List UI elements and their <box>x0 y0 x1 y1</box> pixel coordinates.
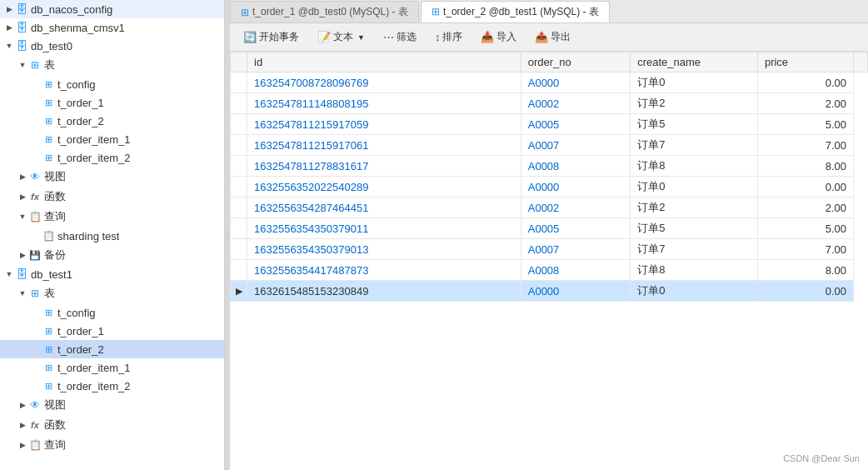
cell-price[interactable]: 0.00 <box>757 281 853 302</box>
cell-id[interactable]: 1632547811278831617 <box>247 156 521 177</box>
cell-create-name[interactable]: 订单5 <box>631 218 758 239</box>
sidebar-item-db-test1-t-order-item-1[interactable]: ⊞ t_order_item_1 <box>0 358 224 377</box>
btn-text[interactable]: 📝文本▼ <box>311 28 372 47</box>
cell-order-no[interactable]: A0007 <box>521 239 630 260</box>
cell-price[interactable]: 0.00 <box>757 72 853 93</box>
cell-id[interactable]: 1632547811215917059 <box>247 114 521 135</box>
sidebar-item-db-nacos-config[interactable]: ▶ 🗄 db_nacos_config <box>0 0 224 18</box>
cell-id[interactable]: 1632547811215917061 <box>247 135 521 156</box>
cell-id[interactable]: 1632556354350379011 <box>247 218 521 239</box>
cell-order-no[interactable]: A0008 <box>521 156 630 177</box>
sidebar-item-label: 视图 <box>44 398 66 412</box>
btn-import[interactable]: 📥导入 <box>474 28 523 47</box>
sidebar-item-label: t_order_item_1 <box>57 133 130 146</box>
sidebar-item-db-test1-queries[interactable]: ▶ 📋 查询 <box>0 435 224 455</box>
sidebar-item-db-test0-backup[interactable]: ▶ 💾 备份 <box>0 245 224 265</box>
cell-order-no[interactable]: A0002 <box>521 93 630 114</box>
cell-price[interactable]: 8.00 <box>757 156 853 177</box>
cell-order-no[interactable]: A0002 <box>521 198 630 218</box>
cell-id[interactable]: 1632556354417487873 <box>247 260 521 281</box>
sidebar-item-db-test0-t-order-item-1[interactable]: ⊞ t_order_item_1 <box>0 130 224 148</box>
cell-order-no[interactable]: A0007 <box>521 135 630 156</box>
sidebar-item-db-test0-sharding-test[interactable]: 📋 sharding test <box>0 227 224 245</box>
cell-create-name[interactable]: 订单7 <box>631 135 758 156</box>
table-row[interactable]: ▶1632615485153230849A0000订单00.00 <box>231 281 868 302</box>
cell-price[interactable]: 8.00 <box>757 260 853 281</box>
view-icon: 👁 <box>28 398 42 412</box>
sidebar-item-db-test1-t-order-1[interactable]: ⊞ t_order_1 <box>0 322 224 340</box>
table-row[interactable]: 1632547811215917059A0005订单55.00 <box>231 114 868 135</box>
sidebar-item-db-test0-t-order-item-2[interactable]: ⊞ t_order_item_2 <box>0 148 224 167</box>
sidebar-item-db-test0-tables[interactable]: ▼ ⊞ 表 <box>0 55 224 75</box>
cell-order-no[interactable]: A0000 <box>521 281 630 302</box>
table-row[interactable]: 1632556354350379013A0007订单77.00 <box>231 239 868 260</box>
cell-create-name[interactable]: 订单2 <box>631 198 758 218</box>
cell-price[interactable]: 7.00 <box>757 239 853 260</box>
cell-order-no[interactable]: A0000 <box>521 177 630 198</box>
cell-create-name[interactable]: 订单0 <box>631 177 758 198</box>
th-price[interactable]: price <box>757 52 853 72</box>
cell-create-name[interactable]: 订单7 <box>631 239 758 260</box>
table-row[interactable]: 1632547811215917061A0007订单77.00 <box>231 135 868 156</box>
fx-icon: fx <box>28 190 42 203</box>
th-id[interactable]: id <box>247 52 521 72</box>
tab-tab-order-2[interactable]: ⊞t_order_2 @db_test1 (MySQL) - 表 <box>421 1 610 22</box>
cell-create-name[interactable]: 订单8 <box>631 260 758 281</box>
btn-export[interactable]: 📤导出 <box>528 28 577 47</box>
sidebar-item-db-test1-t-order-2[interactable]: ⊞ t_order_2 <box>0 340 224 358</box>
cell-id[interactable]: 1632615485153230849 <box>247 281 521 302</box>
sidebar-item-db-test0-t-order-2[interactable]: ⊞ t_order_2 <box>0 112 224 130</box>
th-scroll <box>854 52 868 72</box>
btn-transaction[interactable]: 🔄开始事务 <box>237 28 306 47</box>
cell-price[interactable]: 5.00 <box>757 114 853 135</box>
sidebar-item-db-test0-t-order-1[interactable]: ⊞ t_order_1 <box>0 93 224 112</box>
sidebar-item-db-test0-queries[interactable]: ▼ 📋 查询 <box>0 207 224 227</box>
cell-id[interactable]: 1632556352022540289 <box>247 177 521 198</box>
sidebar-item-db-test0[interactable]: ▼ 🗄 db_test0 <box>0 37 224 55</box>
sidebar-item-label: t_order_item_2 <box>57 152 130 164</box>
cell-id[interactable]: 1632556354350379013 <box>247 239 521 260</box>
cell-price[interactable]: 2.00 <box>757 198 853 218</box>
cell-create-name[interactable]: 订单5 <box>631 114 758 135</box>
table-row[interactable]: 1632547008728096769A0000订单00.00 <box>231 72 868 93</box>
btn-sort[interactable]: ↕排序 <box>428 28 470 47</box>
table-row[interactable]: 1632547811278831617A0008订单88.00 <box>231 156 868 177</box>
table-row[interactable]: 1632556354287464451A0002订单22.00 <box>231 198 868 218</box>
sidebar-item-db-shenma-cmsv1[interactable]: ▶ 🗄 db_shenma_cmsv1 <box>0 18 224 37</box>
cell-order-no[interactable]: A0008 <box>521 260 630 281</box>
cell-price[interactable]: 0.00 <box>757 177 853 198</box>
cell-id[interactable]: 1632547811148808195 <box>247 93 521 114</box>
cell-id[interactable]: 1632547008728096769 <box>247 72 521 93</box>
sidebar-item-db-test1[interactable]: ▼ 🗄 db_test1 <box>0 265 224 283</box>
th-create_name[interactable]: create_name <box>631 52 758 72</box>
cell-create-name[interactable]: 订单2 <box>631 93 758 114</box>
sidebar-item-db-test0-t-config[interactable]: ⊞ t_config <box>0 75 224 93</box>
cell-order-no[interactable]: A0005 <box>521 114 630 135</box>
table-container[interactable]: idorder_nocreate_nameprice 1632547008728… <box>230 52 868 470</box>
th-order_no[interactable]: order_no <box>521 52 630 72</box>
row-indicator <box>231 239 247 260</box>
cell-price[interactable]: 7.00 <box>757 135 853 156</box>
table-row[interactable]: 1632547811148808195A0002订单22.00 <box>231 93 868 114</box>
table-row[interactable]: 1632556354350379011A0005订单55.00 <box>231 218 868 239</box>
sidebar-item-db-test1-views[interactable]: ▶ 👁 视图 <box>0 395 224 415</box>
sidebar-item-db-test0-functions[interactable]: ▶ fx 函数 <box>0 187 224 207</box>
tab-tab-order-1[interactable]: ⊞t_order_1 @db_test0 (MySQL) - 表 <box>230 1 419 22</box>
cell-order-no[interactable]: A0005 <box>521 218 630 239</box>
cell-price[interactable]: 2.00 <box>757 93 853 114</box>
table-row[interactable]: 1632556352022540289A0000订单00.00 <box>231 177 868 198</box>
cell-id[interactable]: 1632556354287464451 <box>247 198 521 218</box>
sidebar-item-db-test1-t-order-item-2[interactable]: ⊞ t_order_item_2 <box>0 377 224 395</box>
cell-order-no[interactable]: A0000 <box>521 72 630 93</box>
sidebar-item-db-test1-t-config[interactable]: ⊞ t_config <box>0 303 224 322</box>
table-icon: ⊞ <box>42 379 55 392</box>
cell-price[interactable]: 5.00 <box>757 218 853 239</box>
btn-filter[interactable]: ⋯筛选 <box>377 28 423 47</box>
cell-create-name[interactable]: 订单0 <box>631 281 758 302</box>
sidebar-item-db-test1-functions[interactable]: ▶ fx 函数 <box>0 415 224 435</box>
cell-create-name[interactable]: 订单8 <box>631 156 758 177</box>
table-row[interactable]: 1632556354417487873A0008订单88.00 <box>231 260 868 281</box>
sidebar-item-db-test1-tables[interactable]: ▼ ⊞ 表 <box>0 283 224 303</box>
cell-create-name[interactable]: 订单0 <box>631 72 758 93</box>
sidebar-item-db-test0-views[interactable]: ▶ 👁 视图 <box>0 167 224 187</box>
